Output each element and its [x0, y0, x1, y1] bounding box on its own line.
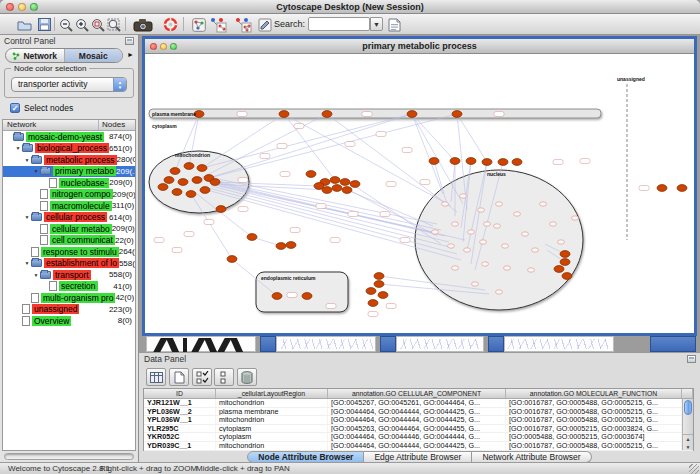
- table-row[interactable]: YPL036W__1mitochondrion[GO:0044464, GO:0…: [144, 416, 693, 425]
- graph-node-small[interactable]: [514, 212, 521, 216]
- graph-node[interactable]: [429, 158, 439, 165]
- tree-col-network[interactable]: Network: [3, 120, 99, 130]
- table-row[interactable]: YKR052Ccytoplasm[GO:0044464, GO:0044446,…: [144, 433, 693, 442]
- graph-node[interactable]: [272, 293, 282, 300]
- network-view-frame[interactable]: primary metabolic process plasma membran…: [142, 36, 697, 336]
- table-row[interactable]: YLR295Ccytoplasm[GO:0045263, GO:0044464,…: [144, 425, 693, 434]
- graph-node-small[interactable]: [494, 224, 501, 228]
- graph-node[interactable]: [350, 181, 360, 188]
- graph-node-small[interactable]: [572, 216, 579, 220]
- float-data-panel-icon[interactable]: [687, 355, 696, 363]
- tree-row[interactable]: ▼biological_process651(0): [3, 143, 135, 155]
- graph-node[interactable]: [306, 171, 316, 178]
- frame-maximize-icon[interactable]: [170, 43, 177, 50]
- graph-node[interactable]: [560, 251, 570, 258]
- select-nodes-checkbox[interactable]: ✓: [10, 103, 20, 113]
- graph-node-small[interactable]: [496, 290, 503, 294]
- new-attribute-icon[interactable]: [169, 368, 189, 386]
- tree-row[interactable]: multi-organism pro42(0): [3, 292, 135, 304]
- expander-icon[interactable]: ▼: [32, 168, 40, 174]
- tree-row[interactable]: ▼establishment of lo558(0): [3, 258, 135, 270]
- graph-node[interactable]: [279, 111, 289, 118]
- graph-node[interactable]: [197, 165, 207, 172]
- tree-row[interactable]: unassigned223(0): [3, 304, 135, 316]
- graph-node[interactable]: [247, 234, 257, 241]
- graph-node[interactable]: [192, 177, 202, 184]
- tree-row[interactable]: ▼transport558(0): [3, 269, 135, 281]
- zoom-fit-icon[interactable]: [105, 16, 122, 33]
- tree-row[interactable]: mosaic-demo-yeast874(0): [3, 131, 135, 143]
- graph-node[interactable]: [498, 159, 508, 166]
- tree-row[interactable]: secretion41(0): [3, 281, 135, 293]
- graph-node[interactable]: [164, 177, 174, 184]
- graph-node-small[interactable]: [496, 202, 503, 206]
- graph-node[interactable]: [340, 179, 350, 186]
- expander-icon[interactable]: ▼: [23, 157, 31, 163]
- graph-node[interactable]: [677, 185, 687, 192]
- background-window-fragment[interactable]: [396, 336, 484, 352]
- unselect-attributes-icon[interactable]: [214, 368, 234, 386]
- table-row[interactable]: YJR121W__1mitochondrion[GO:0045267, GO:0…: [144, 399, 693, 408]
- tree-row[interactable]: ▼primary metabo209(...: [3, 166, 135, 178]
- graph-node[interactable]: [407, 111, 417, 118]
- table-scrollbar[interactable]: ▲▼: [682, 399, 693, 450]
- graph-node-small[interactable]: [442, 202, 449, 206]
- graph-node[interactable]: [314, 183, 324, 190]
- graph-node[interactable]: [466, 158, 476, 165]
- float-panel-icon[interactable]: [125, 37, 134, 45]
- graph-node[interactable]: [374, 273, 384, 280]
- graph-node-small[interactable]: [532, 248, 539, 252]
- tree-row[interactable]: nitrogen compo209(0): [3, 189, 135, 201]
- frame-close-icon[interactable]: [150, 43, 157, 50]
- layout-network-2-icon[interactable]: [233, 16, 253, 33]
- column-header[interactable]: annotation.GO MOLECULAR_FUNCTION: [506, 389, 682, 398]
- node-color-select[interactable]: transporter activity ▲▼: [11, 77, 127, 92]
- graph-node[interactable]: [158, 184, 168, 191]
- graph-node[interactable]: [178, 179, 188, 186]
- graph-node-small[interactable]: [482, 262, 489, 266]
- tree-row[interactable]: macromolecule311(0): [3, 200, 135, 212]
- graph-node[interactable]: [560, 259, 570, 266]
- graph-node-small[interactable]: [472, 282, 479, 286]
- scrollbar-thumb[interactable]: [684, 400, 692, 415]
- graph-node[interactable]: [562, 273, 572, 280]
- background-window-fragment[interactable]: [488, 336, 504, 352]
- open-file-icon[interactable]: [16, 16, 33, 33]
- tree-col-nodes[interactable]: Nodes: [99, 120, 135, 130]
- graph-node[interactable]: [172, 189, 182, 196]
- save-session-icon[interactable]: [36, 16, 53, 33]
- graph-node[interactable]: [554, 266, 564, 273]
- graph-node-small[interactable]: [540, 202, 547, 206]
- zoom-out-icon[interactable]: [57, 16, 74, 33]
- graph-node[interactable]: [200, 187, 210, 194]
- graph-node[interactable]: [186, 191, 196, 198]
- graph-node-small[interactable]: [452, 222, 459, 226]
- background-window-fragment[interactable]: [276, 336, 376, 352]
- graph-node-small[interactable]: [528, 268, 535, 272]
- select-attributes-icon[interactable]: [192, 368, 212, 386]
- graph-node-small[interactable]: [468, 230, 475, 234]
- delete-attribute-icon[interactable]: [237, 368, 257, 386]
- frame-minimize-icon[interactable]: [160, 43, 167, 50]
- tree-row[interactable]: ▼cellular process614(0): [3, 212, 135, 224]
- graph-node[interactable]: [657, 185, 667, 192]
- tree-row[interactable]: cellular metabo209(0): [3, 223, 135, 235]
- column-header[interactable]: _cellularLayoutRegion: [216, 389, 328, 398]
- snapshot-camera-icon[interactable]: [132, 16, 154, 33]
- scrollbar-arrows[interactable]: ▲▼: [683, 434, 693, 450]
- tab-mosaic[interactable]: Mosaic: [65, 49, 123, 62]
- expander-icon[interactable]: ▼: [32, 272, 40, 278]
- graph-node[interactable]: [452, 111, 462, 118]
- graph-node[interactable]: [302, 293, 312, 300]
- background-window-fragment[interactable]: [146, 336, 256, 352]
- graph-node[interactable]: [210, 179, 220, 186]
- graph-node-small[interactable]: [558, 240, 565, 244]
- graph-node[interactable]: [366, 288, 376, 295]
- background-window-fragment[interactable]: [260, 336, 276, 352]
- graph-node-small[interactable]: [480, 240, 487, 244]
- graph-node-small[interactable]: [504, 266, 511, 270]
- tab-overflow-arrow-icon[interactable]: ►: [127, 51, 134, 58]
- show-attribute-table-icon[interactable]: [146, 368, 166, 386]
- network-frame-titlebar[interactable]: primary metabolic process: [145, 39, 694, 54]
- graph-node[interactable]: [482, 159, 492, 166]
